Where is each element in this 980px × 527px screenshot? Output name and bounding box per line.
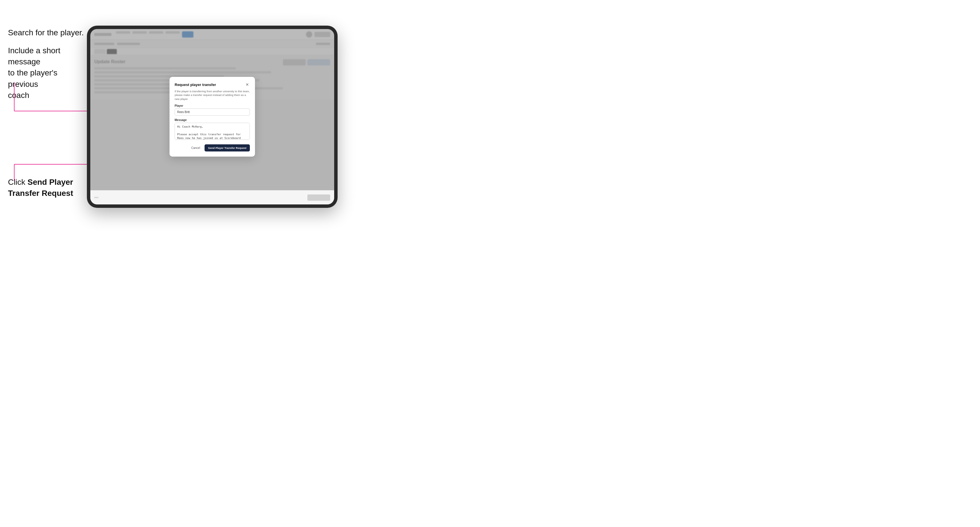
annotation-click-prefix: Click — [8, 178, 27, 186]
cancel-button[interactable]: Cancel — [189, 145, 202, 151]
message-textarea[interactable]: Hi Coach McHarg, Please accept this tran… — [175, 123, 250, 140]
modal-footer: Cancel Send Player Transfer Request — [175, 144, 250, 151]
modal-title: Request player transfer — [175, 83, 216, 87]
app-bottom-button — [307, 194, 330, 201]
player-input[interactable] — [175, 108, 250, 116]
send-transfer-request-button[interactable]: Send Player Transfer Request — [205, 144, 250, 151]
modal-close-button[interactable]: ✕ — [245, 82, 250, 87]
message-label: Message — [175, 118, 250, 122]
modal-overlay: Request player transfer ✕ If the player … — [90, 29, 334, 205]
player-label: Player — [175, 104, 250, 107]
request-transfer-modal: Request player transfer ✕ If the player … — [170, 77, 255, 157]
app-bottom-text: Add — [94, 196, 98, 199]
annotation-click-text: Click Send PlayerTransfer Request — [8, 176, 76, 199]
annotation-search-text: Search for the player. — [8, 27, 84, 38]
tablet-device: Update Roster Request player transfer — [87, 25, 337, 208]
modal-description: If the player is transferring from anoth… — [175, 89, 250, 101]
tablet-screen: Update Roster Request player transfer — [90, 29, 334, 205]
app-bottom-bar: Add — [90, 190, 334, 205]
modal-header: Request player transfer ✕ — [175, 82, 250, 87]
annotation-message-text: Include a short messageto the player's p… — [8, 45, 82, 101]
